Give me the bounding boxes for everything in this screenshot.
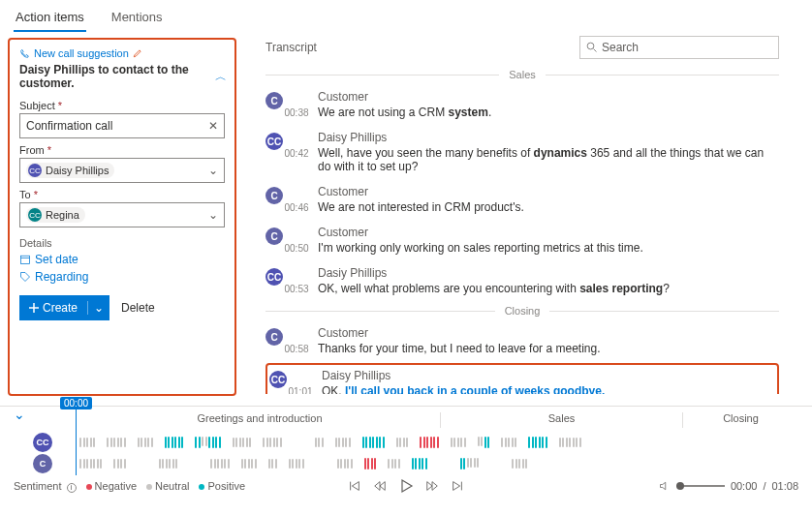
transcript-text: We are not interested in CRM product's.	[318, 200, 524, 214]
avatar: C	[265, 328, 283, 346]
regarding-link[interactable]: Regarding	[19, 270, 225, 284]
transcript-entry[interactable]: CC00:42Daisy PhillipsWell, have you seen…	[265, 125, 779, 179]
speaker-name: Customer	[318, 90, 491, 104]
timestamp: 00:50	[283, 243, 310, 254]
transcript-text: I'm working only working on sales report…	[318, 241, 643, 255]
suggestion-title: Daisy Phillips to contact to the custome…	[19, 63, 225, 90]
timeline-section-closing: Closing	[682, 412, 798, 428]
transcript-text: Well, have you seen the many benefits of…	[318, 146, 779, 173]
delete-link[interactable]: Delete	[121, 301, 155, 315]
sentiment-label: Sentiment i	[14, 480, 77, 493]
transcript-text: OK, I'll call you back in a couple of we…	[322, 384, 605, 394]
transcript-title: Transcript	[265, 41, 317, 54]
transcript-entry[interactable]: C00:50CustomerI'm working only working o…	[265, 220, 779, 260]
svg-rect-0	[21, 256, 30, 263]
transcript-text: OK, well what problems are you encounter…	[318, 282, 670, 295]
timestamp: 00:53	[283, 284, 310, 294]
timestamp: 00:46	[283, 202, 310, 213]
avatar: CC	[265, 268, 283, 286]
clear-icon[interactable]: ✕	[208, 119, 218, 133]
avatar: C	[265, 227, 283, 245]
transcript-text: Thanks for your time, but I need to leav…	[318, 342, 601, 355]
search-input[interactable]: Search	[579, 36, 779, 59]
volume-slider[interactable]	[676, 485, 725, 487]
rewind-icon[interactable]	[373, 479, 387, 493]
set-date-link[interactable]: Set date	[19, 253, 225, 266]
tab-action-items[interactable]: Action items	[14, 6, 86, 32]
avatar: C	[265, 92, 283, 109]
tab-mentions[interactable]: Mentions	[109, 6, 165, 32]
calendar-icon	[19, 254, 31, 265]
svg-line-3	[594, 49, 597, 52]
phone-icon	[19, 48, 30, 59]
timeline-section-greetings: Greetings and introduction	[79, 412, 440, 428]
chevron-down-icon[interactable]: ⌄	[208, 208, 218, 222]
timeline: ⌄ 00:00 Greetings and introduction Sales…	[0, 406, 812, 474]
collapse-timeline-icon[interactable]: ⌄	[14, 407, 25, 422]
timestamp: 00:38	[283, 107, 310, 118]
speaker-name: Customer	[318, 185, 524, 198]
chevron-down-icon[interactable]: ⌄	[208, 164, 218, 177]
avatar: C	[265, 187, 283, 204]
legend-neutral: Neutral	[146, 480, 189, 492]
subject-input[interactable]: Confirmation call ✕	[19, 113, 225, 138]
waveform-agent[interactable]	[79, 437, 798, 448]
speaker-name: Daisy Phillips	[322, 369, 605, 382]
from-label: From	[19, 144, 45, 156]
volume-icon[interactable]	[659, 480, 671, 492]
legend-negative: Negative	[86, 480, 137, 492]
playhead-marker[interactable]: 00:00	[60, 397, 92, 475]
new-call-label: New call suggestion	[34, 47, 129, 59]
timestamp: 00:58	[283, 344, 310, 354]
details-label: Details	[19, 237, 225, 249]
play-icon[interactable]	[398, 478, 414, 494]
create-button[interactable]: Create ⌄	[19, 295, 109, 320]
subject-label: Subject	[19, 100, 55, 111]
create-dropdown[interactable]: ⌄	[88, 301, 109, 315]
legend-positive: Positive	[199, 480, 245, 492]
transcript-entry[interactable]: CC00:53Dasiy PhillipsOK, well what probl…	[265, 260, 779, 301]
collapse-chevron-icon[interactable]: ︿	[215, 69, 227, 85]
speaker-name: Dasiy Phillips	[318, 266, 670, 280]
time-current: 00:00	[731, 480, 758, 492]
speaker-name: Customer	[318, 226, 643, 239]
track-label-agent: CC	[33, 433, 52, 452]
time-total: 01:08	[771, 480, 798, 492]
timeline-section-sales: Sales	[440, 412, 682, 428]
transcript-text: We are not using a CRM system.	[318, 106, 491, 119]
transcript-entry[interactable]: C00:46CustomerWe are not interested in C…	[265, 179, 779, 220]
search-icon	[586, 42, 598, 53]
waveform-customer[interactable]	[79, 458, 798, 470]
plus-icon	[29, 303, 39, 313]
tag-icon	[19, 271, 31, 283]
from-input[interactable]: CCDaisy Phillips ⌄	[19, 158, 225, 183]
svg-point-2	[587, 43, 594, 49]
speaker-name: Customer	[318, 326, 601, 340]
transcript-entry[interactable]: C00:58CustomerThanks for your time, but …	[265, 320, 779, 361]
timestamp: 00:42	[283, 148, 310, 159]
skip-back-icon[interactable]	[348, 479, 361, 493]
skip-forward-icon[interactable]	[451, 479, 464, 493]
avatar: CC	[265, 133, 283, 150]
edit-icon[interactable]	[133, 48, 142, 58]
transcript-entry[interactable]: C00:38CustomerWe are not using a CRM sys…	[265, 84, 779, 125]
timestamp: 01:01	[287, 386, 314, 394]
info-icon[interactable]: i	[67, 483, 77, 493]
avatar: CC	[269, 371, 287, 388]
speaker-name: Daisy Phillips	[318, 131, 779, 144]
action-item-panel: New call suggestion Daisy Phillips to co…	[8, 38, 236, 396]
to-label: To	[19, 189, 31, 200]
forward-icon[interactable]	[425, 479, 439, 493]
track-label-customer: C	[33, 454, 52, 473]
transcript-entry[interactable]: CC01:01Daisy PhillipsOK, I'll call you b…	[265, 363, 779, 394]
to-input[interactable]: CCRegina ⌄	[19, 202, 225, 227]
